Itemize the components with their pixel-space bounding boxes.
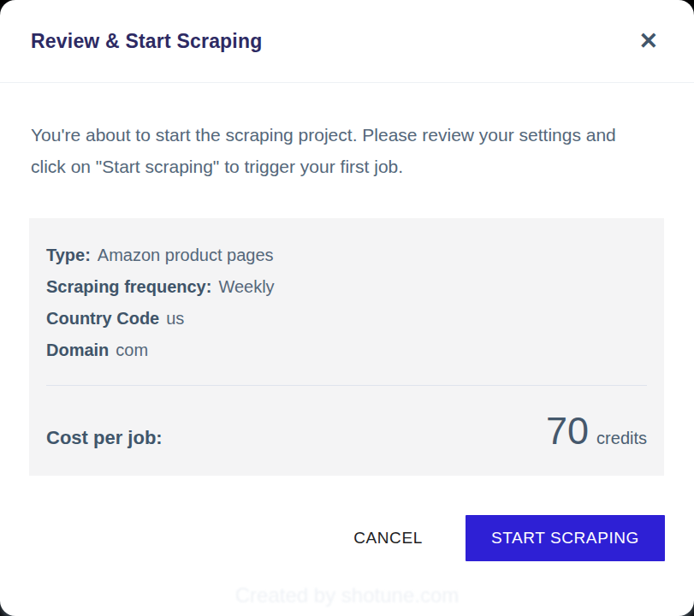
summary-label: Scraping frequency: bbox=[46, 277, 211, 296]
review-start-scraping-dialog: Review & Start Scraping ✕ You're about t… bbox=[0, 0, 694, 616]
cancel-button[interactable]: CANCEL bbox=[353, 529, 423, 548]
start-scraping-button[interactable]: START SCRAPING bbox=[466, 515, 665, 561]
summary-row-type: Type:Amazon product pages bbox=[46, 240, 647, 271]
dialog-footer: CANCEL START SCRAPING bbox=[0, 476, 694, 561]
dialog-body: You're about to start the scraping proje… bbox=[0, 83, 694, 182]
close-button[interactable]: ✕ bbox=[638, 30, 658, 53]
cost-per-job-row: Cost per job: 70 credits bbox=[46, 412, 647, 450]
dialog-title: Review & Start Scraping bbox=[31, 30, 262, 53]
summary-label: Domain bbox=[46, 341, 109, 359]
dialog-description: You're about to start the scraping proje… bbox=[31, 119, 647, 182]
cost-unit: credits bbox=[596, 429, 647, 448]
summary-row-country-code: Country Codeus bbox=[46, 303, 647, 335]
cost-label: Cost per job: bbox=[46, 427, 163, 449]
summary-label: Type: bbox=[46, 246, 91, 264]
summary-label: Country Code bbox=[46, 309, 159, 328]
summary-value: us bbox=[166, 309, 184, 328]
settings-summary-box: Type:Amazon product pages Scraping frequ… bbox=[29, 218, 664, 476]
watermark: Created by shotune.com bbox=[235, 583, 459, 607]
close-icon: ✕ bbox=[638, 28, 658, 54]
summary-row-frequency: Scraping frequency:Weekly bbox=[46, 271, 647, 303]
summary-value: Weekly bbox=[218, 277, 274, 296]
cost-value: 70 bbox=[546, 412, 589, 450]
dialog-header: Review & Start Scraping ✕ bbox=[0, 0, 694, 83]
summary-value: Amazon product pages bbox=[98, 246, 274, 264]
summary-value: com bbox=[116, 341, 148, 359]
summary-divider bbox=[46, 385, 647, 386]
cost-value-group: 70 credits bbox=[546, 412, 647, 450]
summary-row-domain: Domaincom bbox=[46, 335, 647, 366]
